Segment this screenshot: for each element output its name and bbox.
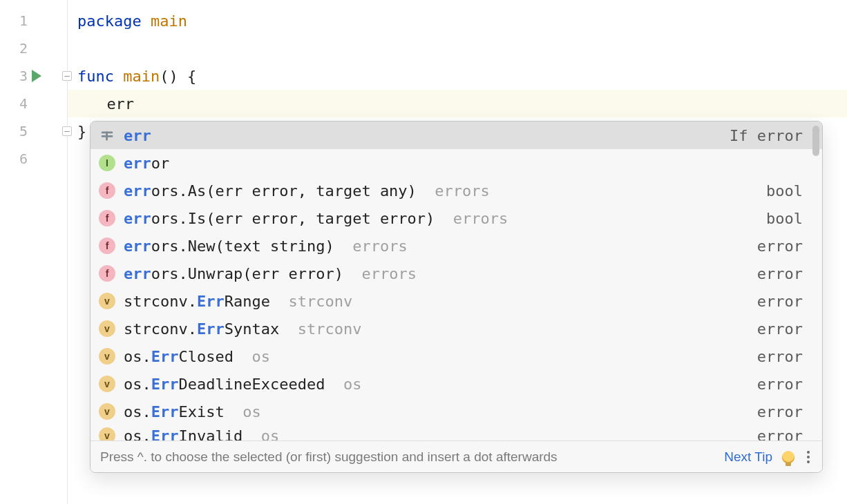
completion-footer: Press ^. to choose the selected (or firs… <box>91 440 822 472</box>
completion-item[interactable]: Ierror <box>91 149 822 177</box>
completion-label: errors.As(err error, target any) errors <box>124 182 758 200</box>
line-number: 4 <box>6 95 28 112</box>
line-number: 2 <box>6 40 28 57</box>
next-tip-link[interactable]: Next Tip <box>724 449 772 465</box>
completion-item[interactable]: ferrors.Unwrap(err error) errorserror <box>91 260 822 287</box>
code-line[interactable]: func main() { <box>77 62 847 90</box>
live-template-icon <box>99 127 115 144</box>
code-line-current[interactable]: err <box>68 90 847 117</box>
completion-type: error <box>757 403 803 420</box>
completion-type: error <box>757 427 803 440</box>
hint-prefix: Press <box>100 449 137 464</box>
completion-type: bool <box>766 210 803 227</box>
function-icon: f <box>99 238 115 254</box>
completion-type: error <box>757 376 803 393</box>
line-number: 3 <box>6 68 28 84</box>
function-icon: f <box>99 210 115 226</box>
completion-item[interactable]: vos.ErrInvalid oserror <box>91 425 822 440</box>
variable-icon: v <box>99 427 115 440</box>
completion-type: If error <box>730 127 803 144</box>
completion-type: error <box>757 265 803 282</box>
gutter-row: 3 <box>0 62 67 90</box>
completion-label: strconv.ErrSyntax strconv <box>124 320 749 338</box>
func-parens: () <box>160 68 178 85</box>
gutter-row: 2 <box>0 35 67 62</box>
completion-label: errors.New(text string) errors <box>124 238 749 255</box>
typed-text: err <box>106 95 134 113</box>
run-gutter-icon[interactable] <box>32 70 41 82</box>
svg-rect-2 <box>106 132 108 141</box>
gutter-row: 6 <box>0 145 67 173</box>
completion-type: error <box>757 238 803 255</box>
function-icon: f <box>99 265 115 282</box>
footer-hint: Press ^. to choose the selected (or firs… <box>100 449 714 465</box>
more-menu-icon[interactable] <box>804 449 812 465</box>
completion-item[interactable]: vos.ErrDeadlineExceeded oserror <box>91 370 822 398</box>
brace-open: { <box>187 68 196 85</box>
scrollbar-thumb[interactable] <box>812 126 819 156</box>
hint-key: ^ <box>137 449 144 464</box>
completion-type: error <box>757 293 803 310</box>
code-editor[interactable]: 1 2 3 4 5 6 package main func main() { <box>0 0 847 504</box>
completion-item[interactable]: errIf error <box>91 122 822 149</box>
completion-popup[interactable]: errIf errorIerrorferrors.As(err error, t… <box>90 121 823 473</box>
completion-list[interactable]: errIf errorIerrorferrors.As(err error, t… <box>91 122 822 440</box>
gutter: 1 2 3 4 5 6 <box>0 0 68 504</box>
package-name: main <box>151 12 187 30</box>
code-line[interactable] <box>77 35 847 62</box>
completion-label: errors.Is(err error, target error) error… <box>124 210 758 227</box>
hint-rest: . to choose the selected (or first) sugg… <box>144 449 558 464</box>
line-number: 6 <box>6 151 28 167</box>
completion-label: error <box>124 155 794 172</box>
completion-label: os.ErrClosed os <box>124 348 749 365</box>
variable-icon: v <box>99 376 115 392</box>
completion-label: os.ErrInvalid os <box>124 427 749 440</box>
completion-label: strconv.ErrRange strconv <box>124 293 749 310</box>
line-number: 1 <box>6 12 28 29</box>
completion-item[interactable]: ferrors.As(err error, target any) errors… <box>91 177 822 204</box>
completion-type: error <box>757 320 803 338</box>
completion-label: err <box>124 127 721 144</box>
completion-label: os.ErrExist os <box>124 403 749 420</box>
keyword-func: func <box>77 68 114 85</box>
completion-type: error <box>757 348 803 365</box>
completion-item[interactable]: ferrors.Is(err error, target error) erro… <box>91 204 822 232</box>
line-number: 5 <box>6 123 28 139</box>
gutter-row: 4 <box>0 90 67 117</box>
variable-icon: v <box>99 293 115 309</box>
variable-icon: v <box>99 403 115 420</box>
function-icon: f <box>99 182 115 199</box>
variable-icon: v <box>99 348 115 365</box>
completion-label: errors.Unwrap(err error) errors <box>124 265 749 282</box>
code-line[interactable]: package main <box>77 7 847 35</box>
completion-label: os.ErrDeadlineExceeded os <box>124 376 749 393</box>
completion-item[interactable]: vstrconv.ErrRange strconverror <box>91 287 822 315</box>
brace-close: } <box>77 123 86 140</box>
gutter-row: 5 <box>0 117 67 145</box>
func-name: main <box>123 68 160 85</box>
completion-type: bool <box>766 182 803 200</box>
completion-item[interactable]: vstrconv.ErrSyntax strconverror <box>91 315 822 342</box>
keyword-package: package <box>77 12 142 30</box>
gutter-row: 1 <box>0 7 67 35</box>
bulb-icon[interactable] <box>782 451 794 463</box>
completion-item[interactable]: ferrors.New(text string) errorserror <box>91 232 822 260</box>
interface-icon: I <box>99 155 115 171</box>
completion-item[interactable]: vos.ErrClosed oserror <box>91 342 822 370</box>
variable-icon: v <box>99 320 115 337</box>
completion-item[interactable]: vos.ErrExist oserror <box>91 398 822 425</box>
